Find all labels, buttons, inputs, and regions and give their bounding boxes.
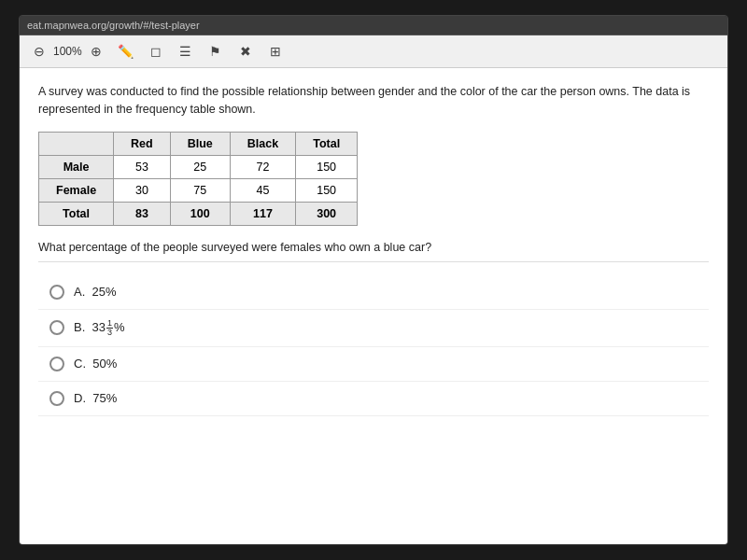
- radio-b[interactable]: [49, 320, 64, 335]
- calculator-icon[interactable]: ⊞: [265, 41, 286, 62]
- question-intro: A survey was conducted to find the possi…: [38, 83, 709, 119]
- x-icon[interactable]: ✖: [235, 41, 256, 62]
- option-c[interactable]: C. 50%: [38, 347, 709, 382]
- table-header-blue: Blue: [170, 132, 230, 155]
- frequency-table: Red Blue Black Total Male 53 25 72 150 F…: [38, 132, 358, 226]
- male-black: 72: [230, 155, 295, 178]
- radio-a[interactable]: [49, 285, 64, 300]
- female-red: 30: [114, 178, 171, 202]
- table-row-male: Male 53 25 72 150: [39, 155, 358, 178]
- browser-window: eat.mapnwea.org/growth/#/test-player ⊖ 1…: [19, 15, 728, 545]
- option-d-label: D. 75%: [74, 391, 117, 405]
- option-b[interactable]: B. 3313%: [38, 310, 709, 347]
- total-blue: 100: [170, 202, 230, 225]
- row-label-female: Female: [39, 178, 114, 202]
- row-label-male: Male: [39, 155, 114, 178]
- eraser-icon[interactable]: ◻: [146, 41, 166, 62]
- option-d[interactable]: D. 75%: [38, 382, 709, 416]
- table-header-red: Red: [114, 132, 171, 155]
- zoom-out-icon[interactable]: ⊖: [29, 41, 49, 62]
- pen-icon[interactable]: ✏️: [116, 41, 136, 62]
- total-total: 300: [296, 202, 358, 225]
- zoom-in-icon[interactable]: ⊕: [86, 41, 106, 62]
- table-header-empty: [39, 132, 114, 155]
- table-header-black: Black: [230, 132, 295, 155]
- option-a-label: A. 25%: [74, 285, 117, 299]
- zoom-level: 100%: [53, 45, 82, 58]
- option-a[interactable]: A. 25%: [38, 275, 709, 310]
- table-row-female: Female 30 75 45 150: [39, 178, 358, 202]
- total-red: 83: [114, 202, 171, 225]
- male-blue: 25: [170, 155, 230, 178]
- flag-icon[interactable]: ⚑: [205, 41, 226, 62]
- browser-bar: eat.mapnwea.org/growth/#/test-player: [20, 16, 727, 35]
- lines-icon[interactable]: ☰: [176, 41, 196, 62]
- table-row-total: Total 83 100 117 300: [39, 202, 358, 225]
- option-c-label: C. 50%: [74, 357, 117, 371]
- male-red: 53: [114, 155, 171, 178]
- female-total: 150: [296, 178, 358, 202]
- radio-c[interactable]: [49, 357, 64, 371]
- toolbar: ⊖ 100% ⊕ ✏️ ◻ ☰ ⚑ ✖ ⊞: [20, 35, 727, 68]
- table-header-total: Total: [296, 132, 358, 155]
- question2-text: What percentage of the people surveyed w…: [38, 241, 709, 262]
- url-bar: eat.mapnwea.org/growth/#/test-player: [27, 20, 200, 31]
- radio-d[interactable]: [49, 391, 64, 406]
- male-total: 150: [296, 155, 358, 178]
- total-black: 117: [230, 202, 295, 225]
- row-label-total: Total: [39, 202, 114, 225]
- female-black: 45: [230, 178, 295, 202]
- content-area: A survey was conducted to find the possi…: [20, 68, 727, 544]
- zoom-area: ⊖ 100% ⊕: [29, 41, 106, 62]
- options-area: A. 25% B. 3313% C. 50% D. 75%: [38, 275, 709, 416]
- option-b-label: B. 3313%: [74, 319, 125, 337]
- female-blue: 75: [170, 178, 230, 202]
